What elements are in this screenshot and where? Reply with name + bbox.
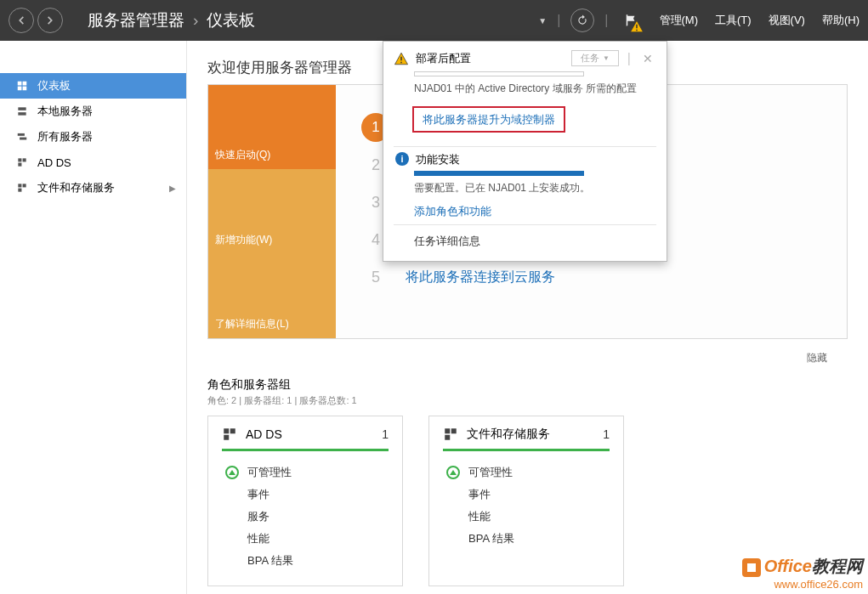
tile-row-events[interactable]: 事件 xyxy=(222,484,389,506)
svg-rect-17 xyxy=(230,428,235,433)
feature-progress-bar xyxy=(414,171,584,176)
dropdown-caret-icon[interactable]: ▼ xyxy=(538,16,547,25)
tile-row-manageability[interactable]: 可管理性 xyxy=(443,461,610,484)
breadcrumb-current: 仪表板 xyxy=(207,9,255,31)
tile-count: 1 xyxy=(603,427,610,441)
tile-file-storage[interactable]: 文件和存储服务 1 可管理性 事件 性能 BPA 结果 xyxy=(428,416,624,586)
popup-title: 部署后配置 xyxy=(416,51,564,66)
back-button[interactable] xyxy=(9,8,34,33)
tile-row-events[interactable]: 事件 xyxy=(443,484,610,506)
separator: | xyxy=(604,13,608,28)
sidebar-item-label: 仪表板 xyxy=(37,78,71,93)
tile-row-services[interactable]: 服务 xyxy=(222,506,389,528)
roles-group-title: 角色和服务器组 xyxy=(207,377,848,393)
sidebar-item-label: 本地服务器 xyxy=(37,104,93,119)
svg-rect-5 xyxy=(23,87,27,91)
tile-count: 1 xyxy=(382,427,389,441)
separator: | xyxy=(557,13,560,28)
svg-rect-18 xyxy=(224,435,229,440)
tile-row-manageability[interactable]: 可管理性 xyxy=(222,461,389,484)
storage-icon xyxy=(15,181,29,195)
add-roles-link[interactable]: 添加角色和功能 xyxy=(414,204,656,219)
tile-row-performance[interactable]: 性能 xyxy=(443,506,610,528)
notifications-flag-icon[interactable] xyxy=(619,8,643,32)
sidebar-item-local-server[interactable]: 本地服务器 xyxy=(0,99,186,124)
watermark: Office教程网 www.office26.com xyxy=(742,555,863,591)
svg-rect-14 xyxy=(23,184,26,187)
server-icon xyxy=(15,105,29,118)
promote-dc-link[interactable]: 将此服务器提升为域控制器 xyxy=(412,106,565,133)
svg-rect-13 xyxy=(18,184,21,187)
tab-label: 了解详细信息(L) xyxy=(215,317,289,331)
tile-row-bpa[interactable]: BPA 结果 xyxy=(443,528,610,550)
svg-rect-16 xyxy=(224,428,229,433)
forward-button[interactable] xyxy=(37,8,63,33)
tab-learn-more[interactable]: 了解详细信息(L) xyxy=(208,254,336,338)
svg-rect-10 xyxy=(18,158,21,161)
storage-icon xyxy=(443,427,458,442)
tab-label: 快速启动(Q) xyxy=(215,148,270,162)
sidebar: 仪表板 本地服务器 所有服务器 AD DS 文件和存储服务 ▶ xyxy=(0,41,187,594)
task-details-link[interactable]: 任务详细信息 xyxy=(414,234,656,249)
breadcrumb: 服务器管理器 › 仪表板 xyxy=(88,9,538,31)
chevron-right-icon: ▶ xyxy=(169,184,176,193)
sidebar-item-file-storage[interactable]: 文件和存储服务 ▶ xyxy=(0,175,186,201)
notifications-popup: 部署后配置 任务▼ | ✕ NJAD01 中的 Active Directory… xyxy=(383,41,667,262)
separator xyxy=(394,146,656,147)
svg-rect-22 xyxy=(400,56,402,60)
sidebar-item-label: 文件和存储服务 xyxy=(37,180,115,195)
svg-rect-23 xyxy=(400,61,402,63)
sidebar-item-adds[interactable]: AD DS xyxy=(0,150,186,175)
menu-manage[interactable]: 管理(M) xyxy=(660,13,699,28)
adds-icon xyxy=(15,156,29,169)
step-link: 将此服务器连接到云服务 xyxy=(406,269,555,286)
svg-rect-20 xyxy=(451,428,457,433)
warning-icon xyxy=(394,51,409,66)
svg-rect-19 xyxy=(445,428,450,433)
adds-icon xyxy=(222,427,237,442)
sidebar-item-all-servers[interactable]: 所有服务器 xyxy=(0,124,186,150)
svg-rect-12 xyxy=(18,163,21,167)
status-up-icon xyxy=(446,466,460,479)
sidebar-item-label: 所有服务器 xyxy=(37,129,93,144)
svg-rect-11 xyxy=(23,158,26,161)
tile-row-performance[interactable]: 性能 xyxy=(222,528,389,550)
status-up-icon xyxy=(225,466,239,479)
title-bar: 服务器管理器 › 仪表板 ▼ | | 管理(M) 工具(T) 视图(V) 帮助(… xyxy=(0,0,868,41)
tab-whats-new[interactable]: 新增功能(W) xyxy=(208,169,336,253)
refresh-button[interactable] xyxy=(570,8,594,32)
breadcrumb-root[interactable]: 服务器管理器 xyxy=(88,9,184,31)
servers-icon xyxy=(15,130,29,144)
svg-rect-3 xyxy=(23,82,27,86)
svg-rect-4 xyxy=(18,87,22,91)
svg-rect-0 xyxy=(636,25,638,29)
tile-adds[interactable]: AD DS 1 可管理性 事件 服务 性能 BPA 结果 xyxy=(207,416,403,586)
svg-rect-7 xyxy=(18,112,26,116)
tab-quick-start[interactable]: 快速启动(Q) xyxy=(208,85,336,169)
sidebar-item-label: AD DS xyxy=(37,156,71,169)
svg-rect-21 xyxy=(445,435,450,440)
chevron-right-icon: › xyxy=(193,11,198,30)
svg-rect-1 xyxy=(636,30,638,31)
feature-description: 需要配置。已在 NJAD01 上安装成功。 xyxy=(414,181,656,195)
popup-description: NJAD01 中的 Active Directory 域服务 所需的配置 xyxy=(414,82,656,96)
step-number: 5 xyxy=(361,266,390,288)
progress-bar xyxy=(414,71,584,76)
separator xyxy=(394,224,656,225)
step-5[interactable]: 5 将此服务器连接到云服务 xyxy=(361,258,821,296)
tasks-dropdown[interactable]: 任务▼ xyxy=(571,50,619,66)
tile-name: 文件和存储服务 xyxy=(467,427,594,442)
menu-view[interactable]: 视图(V) xyxy=(769,13,805,28)
tile-name: AD DS xyxy=(246,427,373,441)
sidebar-item-dashboard[interactable]: 仪表板 xyxy=(0,73,186,99)
tile-row-bpa[interactable]: BPA 结果 xyxy=(222,550,389,572)
info-icon: i xyxy=(395,152,409,166)
menu-tools[interactable]: 工具(T) xyxy=(715,13,752,28)
menu-help[interactable]: 帮助(H) xyxy=(822,13,859,28)
svg-rect-6 xyxy=(18,107,26,110)
roles-group-subtitle: 角色: 2 | 服务器组: 1 | 服务器总数: 1 xyxy=(207,394,848,407)
warning-icon xyxy=(629,19,644,34)
hide-link[interactable]: 隐藏 xyxy=(187,351,827,365)
close-button[interactable]: ✕ xyxy=(639,52,656,65)
svg-rect-9 xyxy=(20,138,26,140)
